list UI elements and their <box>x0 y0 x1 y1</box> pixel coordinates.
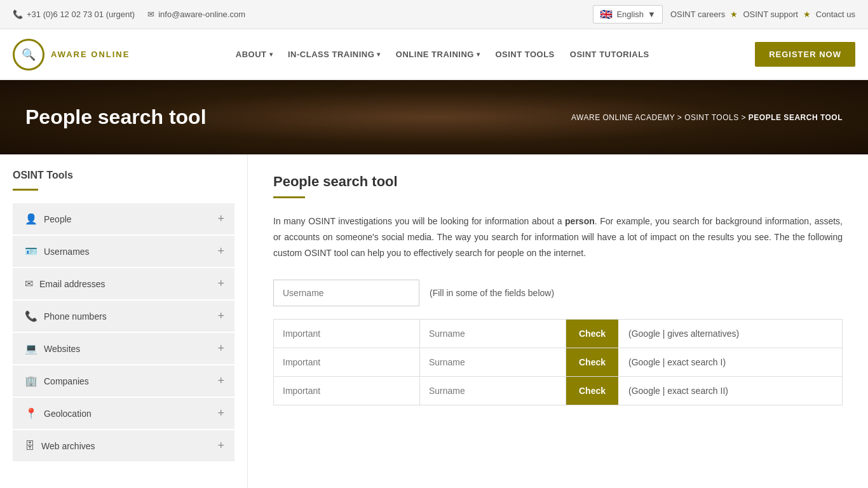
search-hint-0: (Google | gives alternatives) <box>618 320 749 348</box>
email-info: ✉ info@aware-online.com <box>147 10 245 19</box>
plus-icon-companies: + <box>217 374 224 388</box>
hero-title: People search tool <box>25 105 207 129</box>
star-icon-2: ★ <box>803 10 811 19</box>
firstname-input-2[interactable] <box>274 377 420 405</box>
sidebar-item-companies-left: 🏢 Companies <box>25 375 89 387</box>
osint-careers-link[interactable]: OSINT careers <box>670 10 725 19</box>
surname-input-1[interactable] <box>420 348 566 376</box>
sidebar-item-phone[interactable]: 📞 Phone numbers + <box>13 301 234 332</box>
sidebar-menu: 👤 People + 🪪 Usernames + ✉ Email address… <box>13 203 234 461</box>
nav-about-label: ABOUT <box>236 50 267 59</box>
breadcrumb: AWARE ONLINE ACADEMY > OSINT TOOLS > PEO… <box>571 113 843 122</box>
page-title: People search tool <box>273 173 843 190</box>
sidebar-item-people[interactable]: 👤 People + <box>13 203 234 234</box>
plus-icon-phone: + <box>217 309 224 323</box>
contact-us-link[interactable]: Contact us <box>816 10 855 19</box>
fill-hint: (Fill in some of the fields below) <box>430 288 554 298</box>
plus-icon-people: + <box>217 212 224 226</box>
nav-about[interactable]: ABOUT ▾ <box>236 50 273 59</box>
breadcrumb-sep2: > <box>742 113 749 122</box>
sidebar: OSINT Tools 👤 People + 🪪 Usernames + ✉ <box>0 154 248 488</box>
nav-online[interactable]: ONLINE TRAINING ▾ <box>396 50 480 59</box>
sidebar-item-webarchives-label: Web archives <box>41 441 95 451</box>
nav-osint-tutorials-label: OSINT TUTORIALS <box>570 50 649 59</box>
logo-link[interactable]: 🔍 AWARE ONLINE <box>13 39 130 71</box>
intro-paragraph: In many OSINT investigations you will be… <box>273 214 843 262</box>
language-selector[interactable]: 🇬🇧 English ▼ <box>593 5 663 24</box>
plus-icon-websites: + <box>217 342 224 355</box>
sidebar-item-email-left: ✉ Email addresses <box>25 278 105 290</box>
sidebar-item-geolocation-label: Geolocation <box>44 409 92 419</box>
logo-icon: 🔍 <box>13 39 44 71</box>
nav-osint-tools-label: OSINT TOOLS <box>495 50 554 59</box>
sidebar-item-people-label: People <box>44 214 72 224</box>
content-wrapper: OSINT Tools 👤 People + 🪪 Usernames + ✉ <box>0 154 868 488</box>
sidebar-item-webarchives[interactable]: 🗄 Web archives + <box>13 430 234 461</box>
chevron-down-icon: ▼ <box>648 10 656 19</box>
email-icon-sidebar: ✉ <box>25 278 33 290</box>
sidebar-item-usernames[interactable]: 🪪 Usernames + <box>13 236 234 267</box>
username-input[interactable] <box>273 280 419 306</box>
nav-online-label: ONLINE TRAINING <box>396 50 474 59</box>
main-content: People search tool In many OSINT investi… <box>248 154 868 488</box>
nav-inclass[interactable]: IN-CLASS TRAINING ▾ <box>288 50 381 59</box>
nav-about-arrow: ▾ <box>269 51 273 58</box>
search-row-0: Check (Google | gives alternatives) <box>274 320 842 348</box>
sidebar-item-usernames-left: 🪪 Usernames <box>25 245 90 257</box>
language-label: English <box>616 10 644 19</box>
check-button-0[interactable]: Check <box>566 320 618 348</box>
top-bar: 📞 +31 (0)6 12 02 73 01 (urgent) ✉ info@a… <box>0 0 868 29</box>
sidebar-item-geolocation[interactable]: 📍 Geolocation + <box>13 398 234 429</box>
surname-input-2[interactable] <box>420 377 566 405</box>
breadcrumb-sep1: > <box>677 113 684 122</box>
sidebar-item-companies[interactable]: 🏢 Companies + <box>13 365 234 396</box>
main-nav: ABOUT ▾ IN-CLASS TRAINING ▾ ONLINE TRAIN… <box>236 50 649 59</box>
plus-icon-geolocation: + <box>217 407 224 420</box>
email-icon: ✉ <box>147 10 154 19</box>
nav-inclass-label: IN-CLASS TRAINING <box>288 50 374 59</box>
plus-icon-usernames: + <box>217 245 224 258</box>
plus-icon-email: + <box>217 277 224 290</box>
firstname-input-1[interactable] <box>274 348 420 376</box>
sidebar-item-websites[interactable]: 💻 Websites + <box>13 333 234 364</box>
sidebar-item-phone-left: 📞 Phone numbers <box>25 310 107 322</box>
sidebar-item-email-label: Email addresses <box>39 279 105 289</box>
sidebar-item-email[interactable]: ✉ Email addresses + <box>13 268 234 299</box>
sidebar-item-people-left: 👤 People <box>25 213 72 225</box>
search-row-1: Check (Google | exact search I) <box>274 348 842 377</box>
intro-bold: person <box>565 216 595 226</box>
osint-support-link[interactable]: OSINT support <box>743 10 797 19</box>
nav-osint-tools[interactable]: OSINT TOOLS <box>495 50 554 59</box>
logo-text: AWARE ONLINE <box>51 50 130 59</box>
phone-icon-sidebar: 📞 <box>25 310 37 322</box>
phone-info: 📞 +31 (0)6 12 02 73 01 (urgent) <box>13 10 135 19</box>
nav-online-arrow: ▾ <box>477 51 480 58</box>
search-hint-2: (Google | exact search II) <box>618 377 738 405</box>
breadcrumb-part3: PEOPLE SEARCH TOOL <box>749 113 843 122</box>
archive-icon: 🗄 <box>25 440 35 452</box>
firstname-input-0[interactable] <box>274 320 420 348</box>
main-header: 🔍 AWARE ONLINE ABOUT ▾ IN-CLASS TRAINING… <box>0 29 868 80</box>
sidebar-item-phone-label: Phone numbers <box>44 311 107 322</box>
top-bar-left: 📞 +31 (0)6 12 02 73 01 (urgent) ✉ info@a… <box>13 10 245 19</box>
search-form: (Fill in some of the fields below) Check… <box>273 280 843 405</box>
nav-osint-tutorials[interactable]: OSINT TUTORIALS <box>570 50 649 59</box>
top-links: OSINT careers ★ OSINT support ★ Contact … <box>670 10 855 19</box>
pin-icon: 📍 <box>25 407 37 419</box>
register-button[interactable]: REGISTER NOW <box>755 42 855 67</box>
sidebar-item-usernames-label: Usernames <box>44 247 90 257</box>
search-hint-1: (Google | exact search I) <box>618 348 736 376</box>
sidebar-item-geolocation-left: 📍 Geolocation <box>25 407 92 419</box>
breadcrumb-part2: OSINT TOOLS <box>684 113 739 122</box>
person-icon: 👤 <box>25 213 37 225</box>
card-icon: 🪪 <box>25 245 37 257</box>
check-button-2[interactable]: Check <box>566 377 618 405</box>
check-button-1[interactable]: Check <box>566 348 618 376</box>
sidebar-item-websites-label: Websites <box>44 344 80 354</box>
sidebar-title: OSINT Tools <box>13 170 234 181</box>
sidebar-item-webarchives-left: 🗄 Web archives <box>25 440 95 452</box>
top-bar-right: 🇬🇧 English ▼ OSINT careers ★ OSINT suppo… <box>593 5 855 24</box>
surname-input-0[interactable] <box>420 320 566 348</box>
phone-number: +31 (0)6 12 02 73 01 (urgent) <box>27 10 135 19</box>
sidebar-item-companies-label: Companies <box>44 376 89 386</box>
